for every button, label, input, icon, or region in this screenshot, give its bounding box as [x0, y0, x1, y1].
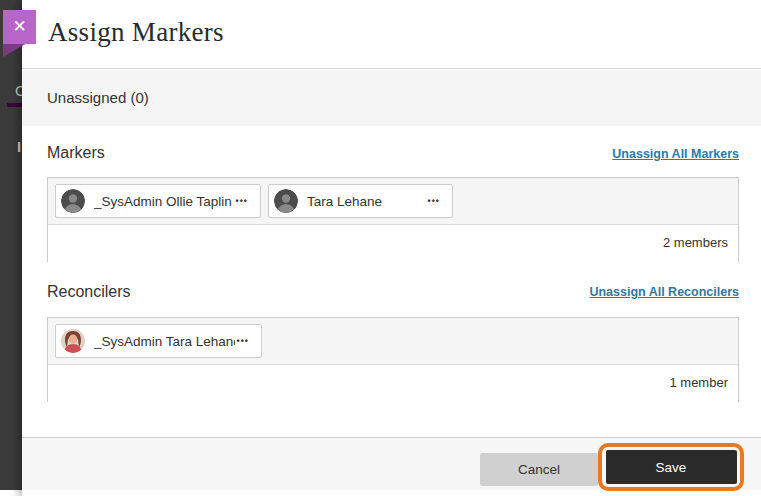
save-button[interactable]: Save: [606, 450, 737, 484]
member-chip: Tara Lehane •••: [268, 184, 453, 218]
markers-member-count: 2 members: [48, 225, 738, 262]
markers-chip-zone: _SysAdmin Ollie Taplin ••• Tara Lehane •…: [48, 178, 738, 225]
panel-title: Assign Markers: [48, 17, 224, 48]
member-name: _SysAdmin Tara Lehane: [94, 334, 235, 349]
avatar-placeholder-icon: [274, 189, 298, 213]
markers-heading: Markers: [47, 144, 105, 162]
member-chip: _SysAdmin Ollie Taplin •••: [55, 184, 261, 218]
underlying-page-rail: C I: [0, 0, 22, 490]
cancel-button[interactable]: Cancel: [480, 453, 598, 486]
unassigned-section-header[interactable]: Unassigned (0): [22, 70, 761, 126]
member-chip: _SysAdmin Tara Lehane •••: [55, 324, 262, 358]
member-name: _SysAdmin Ollie Taplin: [94, 194, 232, 209]
unassign-all-markers-link[interactable]: Unassign All Markers: [612, 147, 739, 161]
reconcilers-heading: Reconcilers: [47, 283, 131, 301]
save-button-highlight-ring: Save: [598, 443, 744, 491]
member-options-button[interactable]: •••: [234, 192, 250, 210]
close-icon: ✕: [12, 17, 26, 36]
reconcilers-members-panel: _SysAdmin Tara Lehane ••• 1 member: [47, 317, 739, 402]
assign-markers-panel: Assign Markers Unassigned (0) Markers Un…: [22, 0, 761, 496]
reconcilers-chip-zone: _SysAdmin Tara Lehane •••: [48, 318, 738, 365]
unassign-all-reconcilers-link[interactable]: Unassign All Reconcilers: [589, 285, 739, 299]
avatar-placeholder-icon: [61, 189, 85, 213]
panel-header: Assign Markers: [22, 0, 761, 69]
close-button[interactable]: ✕: [3, 10, 36, 44]
unassigned-label: Unassigned (0): [47, 70, 149, 126]
reconcilers-member-count: 1 member: [48, 365, 738, 402]
markers-members-panel: _SysAdmin Ollie Taplin ••• Tara Lehane •…: [47, 177, 739, 262]
background-tab-fragment: C: [15, 82, 22, 99]
member-options-button[interactable]: •••: [426, 192, 442, 210]
member-options-button[interactable]: •••: [235, 332, 251, 350]
avatar-profile-photo: [61, 329, 85, 353]
background-heading-fragment: I: [17, 138, 21, 155]
active-tab-underline: [7, 103, 22, 107]
member-name: Tara Lehane: [307, 194, 382, 209]
